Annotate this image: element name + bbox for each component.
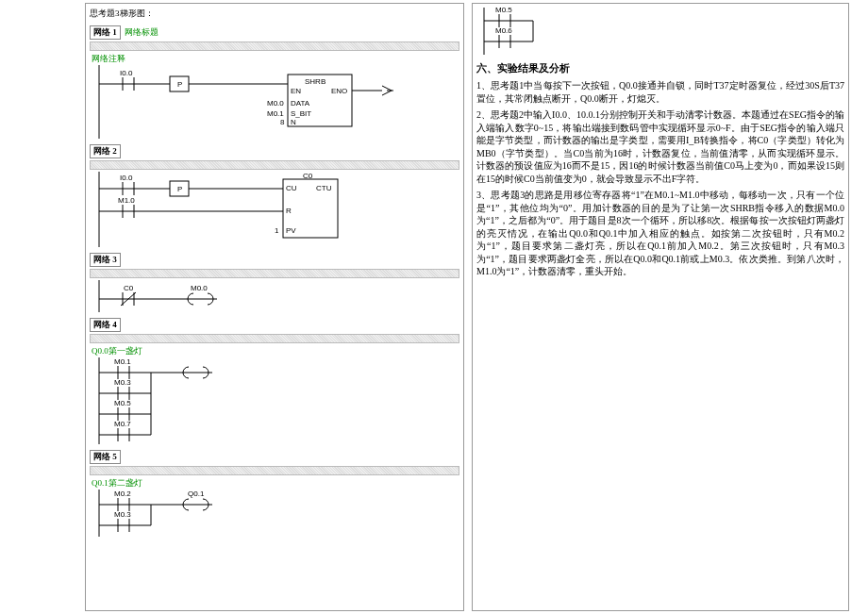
net1-sbit: S_BIT	[291, 109, 311, 118]
net5-m03: M0.3	[114, 510, 131, 519]
net2-r: R	[286, 207, 292, 215]
net1-i00: I0.0	[120, 69, 133, 77]
net3-c0: C0	[124, 284, 134, 292]
net5-diagram: M0.2 Q0.1 M0.3	[90, 490, 448, 537]
net4-header: 网络 4	[90, 318, 459, 332]
net1-num: 网络 1	[90, 25, 121, 40]
right-m06: M0.6	[495, 26, 512, 35]
net3-num: 网络 3	[90, 253, 121, 267]
net3-bar	[90, 269, 459, 278]
net1-en: EN	[291, 87, 301, 95]
right-top-diagram: M0.5 M0.6	[476, 8, 590, 55]
net2-header: 网络 2	[90, 144, 459, 158]
right-page: M0.5 M0.6 六、实验结果及分析 1、思考题1中当每按下一次按钮，Q0.0…	[472, 3, 849, 611]
net5-comment: Q0.1第二盏灯	[90, 477, 459, 490]
net4-num: 网络 4	[90, 318, 121, 332]
net4-bar	[90, 334, 459, 343]
net2-diagram: I0.0 P C0 CU CTU R 1 PV M1.0	[90, 172, 448, 247]
net5-bar	[90, 466, 459, 475]
net4-comment: Q0.0第一盏灯	[90, 345, 459, 357]
net5-q01: Q0.1	[188, 490, 205, 498]
net2-num: 网络 2	[90, 144, 121, 158]
net5-header: 网络 5	[90, 450, 459, 464]
net1-sub: 网络注释	[90, 53, 459, 65]
para-3: 3、思考题3的思路是用移位寄存器将“1”在M0.1~M1.0中移动，每移动一次，…	[476, 189, 844, 278]
net1-n: N	[291, 118, 296, 126]
net2-cu: CU	[286, 184, 297, 192]
net2-bar	[90, 160, 459, 170]
net3-diagram: C0 M0.0	[90, 280, 448, 312]
net1-m01: M0.1	[267, 109, 284, 118]
net1-bar	[90, 41, 459, 51]
net2-one: 1	[275, 226, 279, 235]
net1-p: P	[177, 80, 182, 89]
net4-diagram: M0.1 M0.3 M0.5 M0.7	[90, 357, 448, 444]
net2-pv: PV	[286, 226, 296, 235]
left-title: 思考题3梯形图：	[90, 8, 459, 20]
net5-num: 网络 5	[90, 450, 121, 464]
net2-c0: C0	[303, 172, 313, 180]
net2-p: P	[177, 185, 182, 193]
net1-diagram: I0.0 P SHRB EN ENO DATA S_BIT N M0.0 M0.…	[90, 65, 448, 139]
net5-m02: M0.2	[114, 490, 131, 498]
net1-shrb: SHRB	[305, 77, 326, 86]
net4-m03: M0.3	[114, 378, 131, 387]
net2-ctu: CTU	[316, 184, 332, 192]
net3-m00: M0.0	[191, 284, 208, 292]
right-m05: M0.5	[495, 8, 512, 14]
net1-comment: 网络标题	[125, 26, 159, 39]
net1-m00: M0.0	[267, 99, 284, 108]
net1-data: DATA	[291, 99, 310, 108]
net1-eno: ENO	[331, 87, 347, 95]
net3-header: 网络 3	[90, 253, 459, 267]
left-page: 思考题3梯形图： 网络 1 网络标题 网络注释 I0.0 P SHRB EN E…	[85, 3, 464, 611]
net1-header: 网络 1 网络标题	[90, 25, 459, 40]
net4-m01: M0.1	[114, 357, 131, 366]
net2-m10: M1.0	[118, 196, 135, 205]
para-1: 1、思考题1中当每按下一次按钮，Q0.0接通并自锁，同时T37定时器复位，经过3…	[476, 79, 844, 105]
net2-i00: I0.0	[120, 174, 133, 182]
para-2: 2、思考题2中输入I0.0、10.0.1分别控制开关和手动清零计数器。本题通过在…	[476, 108, 844, 185]
net1-eight: 8	[280, 118, 285, 126]
net4-m07: M0.7	[114, 420, 131, 428]
section-head: 六、实验结果及分析	[476, 62, 844, 75]
net4-m05: M0.5	[114, 399, 131, 407]
